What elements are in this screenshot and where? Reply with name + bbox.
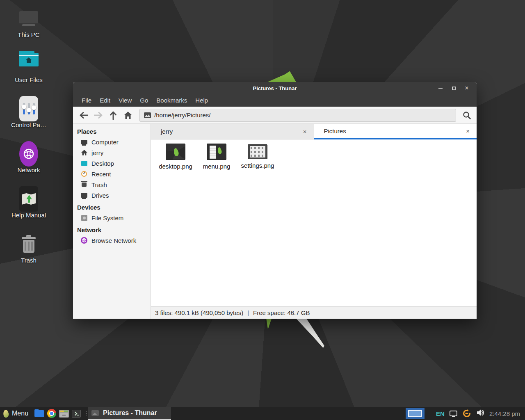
up-button[interactable] — [106, 108, 121, 122]
tab-bar: jerry × Pictures × — [151, 124, 477, 139]
menu-file[interactable]: File — [78, 94, 96, 107]
volume-icon[interactable] — [476, 409, 484, 418]
system-tray: EN 2:44:28 pm — [406, 407, 525, 420]
desktop-icon-control-panel[interactable]: Control Pa… — [8, 96, 49, 137]
files-area[interactable]: desktop.png menu.png settings.png — [151, 139, 477, 306]
menu-button[interactable]: Menu — [0, 407, 33, 420]
panel-grip-handle[interactable] — [85, 407, 88, 420]
sidebar-item-recent[interactable]: Recent — [73, 169, 151, 179]
menu-edit[interactable]: Edit — [96, 94, 114, 107]
tab-jerry[interactable]: jerry × — [151, 124, 314, 139]
sidebar-item-trash[interactable]: Trash — [73, 179, 151, 190]
computer-icon — [19, 6, 38, 31]
wallpaper-mint-logo-fragment — [294, 319, 326, 348]
desktop-icon-label: Control Pa… — [11, 121, 46, 128]
path-bar[interactable]: /home/jerry/Pictures/ — [139, 109, 456, 122]
desktop-icon-user-files[interactable]: User Files — [8, 51, 49, 92]
image-thumbnail — [207, 144, 226, 160]
home-icon — [124, 112, 132, 119]
clock[interactable]: 2:44:28 pm — [489, 410, 520, 417]
close-button[interactable]: × — [460, 82, 473, 94]
desktop-icon — [80, 160, 88, 167]
close-icon: × — [465, 85, 468, 91]
taskbar-window-button[interactable]: Pictures - Thunar — [88, 407, 171, 420]
workspace-switcher[interactable] — [406, 408, 425, 419]
back-button[interactable] — [76, 108, 91, 122]
tab-close-icon[interactable]: × — [302, 128, 308, 135]
sidebar-heading-devices: Devices — [73, 202, 151, 212]
desktop-icon-label: This PC — [18, 31, 39, 38]
home-icon — [80, 149, 88, 156]
menubar: File Edit View Go Bookmarks Help — [73, 94, 477, 107]
desktop-icon-network[interactable]: Network — [8, 141, 49, 182]
image-file-icon — [144, 112, 151, 118]
maximize-icon — [452, 87, 456, 90]
desktop-icon-this-pc[interactable]: This PC — [8, 6, 49, 47]
network-globe-icon — [80, 237, 88, 244]
forward-arrow-icon — [94, 112, 102, 118]
menu-help[interactable]: Help — [191, 94, 212, 107]
file-menu-png[interactable]: menu.png — [196, 144, 237, 170]
file-settings-png[interactable]: settings.png — [237, 144, 278, 169]
maximize-button[interactable] — [447, 82, 460, 94]
trash-icon — [22, 231, 36, 257]
menu-bookmarks[interactable]: Bookmarks — [152, 94, 191, 107]
status-separator: | — [247, 309, 249, 316]
menu-view[interactable]: View — [114, 94, 136, 107]
launcher-chrome[interactable] — [46, 407, 58, 420]
terminal-icon — [72, 410, 81, 418]
launcher-files[interactable] — [33, 407, 46, 420]
file-desktop-png[interactable]: desktop.png — [155, 144, 196, 170]
sidebar-item-drives[interactable]: Drives — [73, 190, 151, 201]
menu-go[interactable]: Go — [136, 94, 152, 107]
taskbar: Menu Pictures - Thunar EN 2:44:28 pm — [0, 407, 525, 420]
tab-close-icon[interactable]: × — [465, 128, 471, 135]
recent-clock-icon — [80, 170, 88, 178]
desktop-icon-label: Trash — [21, 257, 37, 264]
mint-logo-icon — [2, 409, 9, 418]
file-cabinet-icon — [59, 410, 69, 418]
up-arrow-icon — [111, 112, 116, 119]
launcher-archive[interactable] — [58, 407, 70, 420]
image-thumbnail — [166, 144, 185, 160]
free-space: Free space: 46.7 GB — [253, 309, 310, 316]
desktop-icon-label: Network — [17, 167, 40, 173]
keyboard-layout-indicator[interactable]: EN — [436, 410, 445, 417]
update-manager-icon[interactable] — [462, 409, 471, 418]
tab-pictures[interactable]: Pictures × — [314, 124, 477, 139]
main-pane: jerry × Pictures × desktop.png menu.png — [151, 124, 477, 319]
minimize-button[interactable] — [434, 82, 447, 94]
back-arrow-icon — [80, 112, 88, 118]
sidebar-item-browse-network[interactable]: Browse Network — [73, 235, 151, 246]
display-icon[interactable] — [450, 411, 457, 416]
network-globe-icon — [19, 141, 38, 167]
file-manager-icon — [34, 410, 44, 417]
sidebar-item-desktop[interactable]: Desktop — [73, 158, 151, 169]
status-bar: 3 files: 490.1 kB (490,050 bytes) | Free… — [151, 306, 477, 319]
launcher-terminal[interactable] — [70, 407, 82, 420]
chrome-icon — [47, 409, 56, 418]
computer-icon — [80, 138, 88, 146]
sidebar: Places Computer jerry Desktop Recent — [73, 124, 151, 319]
sidebar-heading-places: Places — [73, 126, 151, 137]
window-titlebar[interactable]: Pictures - Thunar × — [73, 82, 477, 94]
wallpaper-mint-logo-fragment — [265, 319, 272, 329]
sidebar-heading-network: Network — [73, 225, 151, 235]
drives-icon — [80, 192, 88, 199]
sidebar-item-jerry[interactable]: jerry — [73, 147, 151, 158]
sidebar-item-file-system[interactable]: File System — [73, 212, 151, 223]
thunar-window: Pictures - Thunar × File Edit View Go Bo… — [73, 82, 477, 319]
desktop-icon-help-manual[interactable]: Help Manual — [8, 186, 49, 227]
image-thumbnail — [248, 144, 267, 159]
trash-icon — [80, 181, 88, 188]
forward-button[interactable] — [91, 108, 106, 122]
search-button[interactable] — [459, 108, 474, 122]
menu-button-label: Menu — [12, 410, 28, 417]
toolbar: /home/jerry/Pictures/ — [73, 107, 477, 124]
home-button[interactable] — [121, 108, 135, 122]
minimize-icon — [438, 88, 443, 89]
desktop-icon-trash[interactable]: Trash — [8, 231, 49, 272]
control-panel-icon — [19, 96, 38, 121]
desktop-icon-label: User Files — [15, 76, 43, 83]
sidebar-item-computer[interactable]: Computer — [73, 137, 151, 147]
